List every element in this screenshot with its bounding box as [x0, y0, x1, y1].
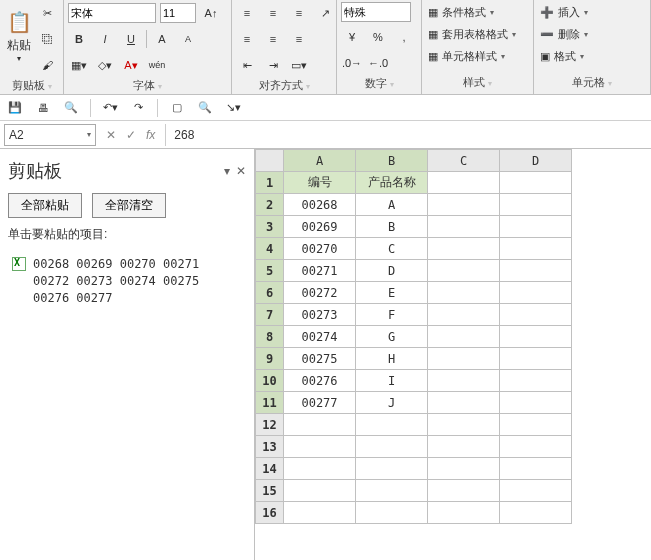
cell[interactable]	[500, 348, 572, 370]
cell[interactable]	[428, 502, 500, 524]
align-bottom-button[interactable]: ≡	[288, 2, 310, 24]
cell[interactable]	[284, 414, 356, 436]
cell[interactable]	[428, 304, 500, 326]
cell[interactable]	[428, 370, 500, 392]
cell[interactable]: H	[356, 348, 428, 370]
cell[interactable]	[284, 480, 356, 502]
row-header[interactable]: 8	[256, 326, 284, 348]
fx-icon[interactable]: fx	[146, 128, 155, 142]
cell[interactable]	[500, 480, 572, 502]
name-box[interactable]: A2 ▾	[4, 124, 96, 146]
row-header[interactable]: 3	[256, 216, 284, 238]
cell[interactable]	[500, 172, 572, 194]
font-color-button[interactable]: A▾	[120, 54, 142, 76]
cell[interactable]	[428, 238, 500, 260]
cell[interactable]	[500, 216, 572, 238]
cell[interactable]	[428, 392, 500, 414]
cell[interactable]	[500, 304, 572, 326]
select-all-corner[interactable]	[256, 150, 284, 172]
font-size-select[interactable]	[160, 3, 196, 23]
qat-btn-2[interactable]: 🔍	[194, 97, 216, 119]
font-shrink-button[interactable]: A	[177, 28, 199, 50]
cell[interactable]	[500, 194, 572, 216]
cell[interactable]: F	[356, 304, 428, 326]
align-left-button[interactable]: ≡	[236, 28, 258, 50]
cell[interactable]	[428, 414, 500, 436]
qat-btn-1[interactable]: ▢	[166, 97, 188, 119]
print-preview-button[interactable]: 🔍	[60, 97, 82, 119]
cell[interactable]	[428, 282, 500, 304]
col-header-B[interactable]: B	[356, 150, 428, 172]
cell[interactable]	[428, 194, 500, 216]
cell[interactable]: 00274	[284, 326, 356, 348]
bold-button[interactable]: B	[68, 28, 90, 50]
row-header[interactable]: 15	[256, 480, 284, 502]
row-header[interactable]: 5	[256, 260, 284, 282]
save-button[interactable]: 💾	[4, 97, 26, 119]
formula-input[interactable]: 268	[165, 124, 651, 146]
row-header[interactable]: 13	[256, 436, 284, 458]
col-header-C[interactable]: C	[428, 150, 500, 172]
cell[interactable]	[428, 326, 500, 348]
align-middle-button[interactable]: ≡	[262, 2, 284, 24]
cell[interactable]: B	[356, 216, 428, 238]
cell[interactable]	[356, 458, 428, 480]
clipboard-item[interactable]: 00268 00269 00270 00271 00272 00273 0027…	[6, 251, 248, 311]
align-top-button[interactable]: ≡	[236, 2, 258, 24]
row-header[interactable]: 2	[256, 194, 284, 216]
cell[interactable]: 00275	[284, 348, 356, 370]
format-painter-button[interactable]: 🖌	[36, 54, 58, 76]
cell[interactable]	[284, 436, 356, 458]
row-header[interactable]: 16	[256, 502, 284, 524]
cell[interactable]	[500, 392, 572, 414]
cell[interactable]: 00270	[284, 238, 356, 260]
underline-button[interactable]: U	[120, 28, 142, 50]
cell[interactable]	[428, 172, 500, 194]
cell[interactable]	[500, 326, 572, 348]
row-header[interactable]: 14	[256, 458, 284, 480]
cell[interactable]	[500, 502, 572, 524]
merge-button[interactable]: ▭▾	[288, 54, 310, 76]
align-right-button[interactable]: ≡	[288, 28, 310, 50]
cell[interactable]	[428, 260, 500, 282]
clear-all-button[interactable]: 全部清空	[92, 193, 166, 218]
cell[interactable]	[356, 436, 428, 458]
enter-icon[interactable]: ✓	[126, 128, 136, 142]
redo-button[interactable]: ↷	[127, 97, 149, 119]
cell[interactable]: 00277	[284, 392, 356, 414]
cell[interactable]	[500, 436, 572, 458]
cell[interactable]	[428, 216, 500, 238]
cell[interactable]	[428, 348, 500, 370]
cell[interactable]: J	[356, 392, 428, 414]
cell[interactable]: 00276	[284, 370, 356, 392]
cell[interactable]	[500, 238, 572, 260]
cell[interactable]	[428, 436, 500, 458]
cell[interactable]	[500, 414, 572, 436]
align-center-button[interactable]: ≡	[262, 28, 284, 50]
fill-color-button[interactable]: ◇▾	[94, 54, 116, 76]
inc-decimal-button[interactable]: .0→	[341, 52, 363, 74]
paste-all-button[interactable]: 全部粘贴	[8, 193, 82, 218]
row-header[interactable]: 4	[256, 238, 284, 260]
cell[interactable]	[356, 480, 428, 502]
cell[interactable]: 编号	[284, 172, 356, 194]
cell[interactable]: 00273	[284, 304, 356, 326]
cell[interactable]	[500, 260, 572, 282]
font-name-select[interactable]	[68, 3, 156, 23]
cell[interactable]: E	[356, 282, 428, 304]
cell[interactable]: 00271	[284, 260, 356, 282]
italic-button[interactable]: I	[94, 28, 116, 50]
cancel-icon[interactable]: ✕	[106, 128, 116, 142]
col-header-D[interactable]: D	[500, 150, 572, 172]
row-header[interactable]: 11	[256, 392, 284, 414]
row-header[interactable]: 12	[256, 414, 284, 436]
font-grow2-button[interactable]: A	[151, 28, 173, 50]
cut-button[interactable]: ✂	[36, 2, 58, 24]
phonetic-button[interactable]: wén	[146, 54, 168, 76]
border-button[interactable]: ▦▾	[68, 54, 90, 76]
row-header[interactable]: 1	[256, 172, 284, 194]
cell[interactable]	[500, 458, 572, 480]
cell[interactable]: G	[356, 326, 428, 348]
cell[interactable]: 产品名称	[356, 172, 428, 194]
print-button[interactable]: 🖶	[32, 97, 54, 119]
